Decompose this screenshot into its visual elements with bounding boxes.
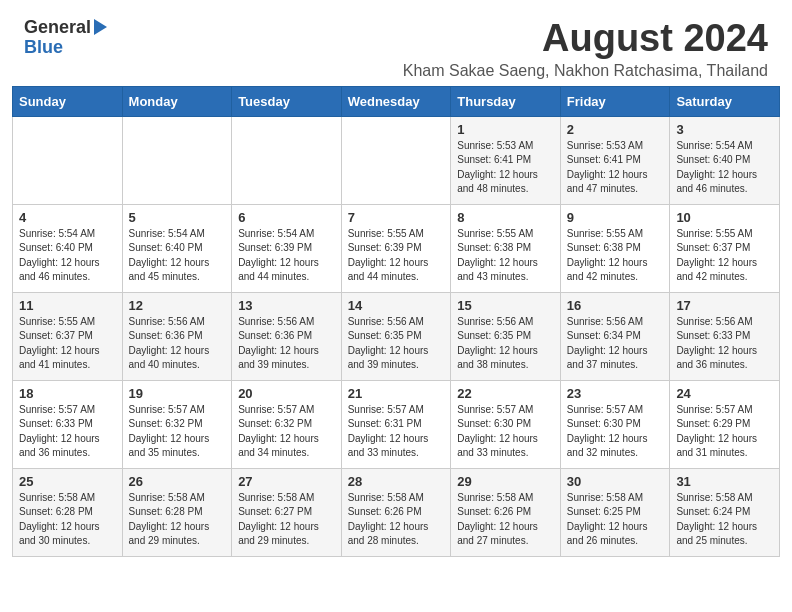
calendar-cell: 31Sunrise: 5:58 AM Sunset: 6:24 PM Dayli… [670,468,780,556]
day-info: Sunrise: 5:56 AM Sunset: 6:36 PM Dayligh… [129,315,226,373]
day-number: 17 [676,298,773,313]
calendar-cell: 16Sunrise: 5:56 AM Sunset: 6:34 PM Dayli… [560,292,670,380]
main-title: August 2024 [107,18,768,60]
day-info: Sunrise: 5:58 AM Sunset: 6:28 PM Dayligh… [129,491,226,549]
calendar-header: SundayMondayTuesdayWednesdayThursdayFrid… [13,86,780,116]
title-section: August 2024 Kham Sakae Saeng, Nakhon Rat… [107,18,768,80]
calendar-cell [232,116,342,204]
calendar-week-2: 4Sunrise: 5:54 AM Sunset: 6:40 PM Daylig… [13,204,780,292]
calendar-cell: 15Sunrise: 5:56 AM Sunset: 6:35 PM Dayli… [451,292,561,380]
calendar-cell: 11Sunrise: 5:55 AM Sunset: 6:37 PM Dayli… [13,292,123,380]
calendar-cell: 7Sunrise: 5:55 AM Sunset: 6:39 PM Daylig… [341,204,451,292]
calendar-cell: 26Sunrise: 5:58 AM Sunset: 6:28 PM Dayli… [122,468,232,556]
logo: General Blue [24,18,107,58]
day-info: Sunrise: 5:57 AM Sunset: 6:33 PM Dayligh… [19,403,116,461]
day-number: 24 [676,386,773,401]
calendar-cell: 2Sunrise: 5:53 AM Sunset: 6:41 PM Daylig… [560,116,670,204]
calendar-cell [13,116,123,204]
day-info: Sunrise: 5:58 AM Sunset: 6:28 PM Dayligh… [19,491,116,549]
day-info: Sunrise: 5:58 AM Sunset: 6:25 PM Dayligh… [567,491,664,549]
calendar-cell [122,116,232,204]
day-info: Sunrise: 5:58 AM Sunset: 6:24 PM Dayligh… [676,491,773,549]
calendar-week-4: 18Sunrise: 5:57 AM Sunset: 6:33 PM Dayli… [13,380,780,468]
calendar-cell: 18Sunrise: 5:57 AM Sunset: 6:33 PM Dayli… [13,380,123,468]
day-info: Sunrise: 5:54 AM Sunset: 6:40 PM Dayligh… [676,139,773,197]
day-number: 8 [457,210,554,225]
day-info: Sunrise: 5:56 AM Sunset: 6:35 PM Dayligh… [457,315,554,373]
day-info: Sunrise: 5:57 AM Sunset: 6:30 PM Dayligh… [457,403,554,461]
calendar-cell: 20Sunrise: 5:57 AM Sunset: 6:32 PM Dayli… [232,380,342,468]
calendar-cell: 10Sunrise: 5:55 AM Sunset: 6:37 PM Dayli… [670,204,780,292]
day-number: 16 [567,298,664,313]
calendar-container: SundayMondayTuesdayWednesdayThursdayFrid… [0,86,792,569]
calendar-week-5: 25Sunrise: 5:58 AM Sunset: 6:28 PM Dayli… [13,468,780,556]
day-number: 21 [348,386,445,401]
logo-general-text: General [24,18,91,38]
day-info: Sunrise: 5:55 AM Sunset: 6:38 PM Dayligh… [457,227,554,285]
day-number: 19 [129,386,226,401]
day-header-sunday: Sunday [13,86,123,116]
day-number: 26 [129,474,226,489]
calendar-cell: 23Sunrise: 5:57 AM Sunset: 6:30 PM Dayli… [560,380,670,468]
day-info: Sunrise: 5:58 AM Sunset: 6:26 PM Dayligh… [348,491,445,549]
day-number: 22 [457,386,554,401]
calendar-cell: 3Sunrise: 5:54 AM Sunset: 6:40 PM Daylig… [670,116,780,204]
day-number: 25 [19,474,116,489]
day-number: 20 [238,386,335,401]
day-number: 10 [676,210,773,225]
day-number: 30 [567,474,664,489]
day-info: Sunrise: 5:53 AM Sunset: 6:41 PM Dayligh… [457,139,554,197]
day-number: 14 [348,298,445,313]
day-info: Sunrise: 5:56 AM Sunset: 6:34 PM Dayligh… [567,315,664,373]
day-number: 29 [457,474,554,489]
calendar-week-1: 1Sunrise: 5:53 AM Sunset: 6:41 PM Daylig… [13,116,780,204]
day-info: Sunrise: 5:56 AM Sunset: 6:36 PM Dayligh… [238,315,335,373]
calendar-cell: 6Sunrise: 5:54 AM Sunset: 6:39 PM Daylig… [232,204,342,292]
day-number: 3 [676,122,773,137]
day-number: 5 [129,210,226,225]
calendar-cell: 19Sunrise: 5:57 AM Sunset: 6:32 PM Dayli… [122,380,232,468]
day-info: Sunrise: 5:58 AM Sunset: 6:26 PM Dayligh… [457,491,554,549]
day-number: 31 [676,474,773,489]
day-info: Sunrise: 5:54 AM Sunset: 6:40 PM Dayligh… [19,227,116,285]
day-number: 28 [348,474,445,489]
day-number: 9 [567,210,664,225]
header-row: SundayMondayTuesdayWednesdayThursdayFrid… [13,86,780,116]
day-number: 18 [19,386,116,401]
day-info: Sunrise: 5:56 AM Sunset: 6:35 PM Dayligh… [348,315,445,373]
day-header-wednesday: Wednesday [341,86,451,116]
day-info: Sunrise: 5:53 AM Sunset: 6:41 PM Dayligh… [567,139,664,197]
day-number: 11 [19,298,116,313]
day-info: Sunrise: 5:55 AM Sunset: 6:38 PM Dayligh… [567,227,664,285]
calendar-cell: 25Sunrise: 5:58 AM Sunset: 6:28 PM Dayli… [13,468,123,556]
subtitle: Kham Sakae Saeng, Nakhon Ratchasima, Tha… [107,62,768,80]
day-info: Sunrise: 5:54 AM Sunset: 6:40 PM Dayligh… [129,227,226,285]
day-header-tuesday: Tuesday [232,86,342,116]
day-number: 12 [129,298,226,313]
day-info: Sunrise: 5:54 AM Sunset: 6:39 PM Dayligh… [238,227,335,285]
calendar-cell: 13Sunrise: 5:56 AM Sunset: 6:36 PM Dayli… [232,292,342,380]
calendar-cell: 22Sunrise: 5:57 AM Sunset: 6:30 PM Dayli… [451,380,561,468]
header: General Blue August 2024 Kham Sakae Saen… [0,0,792,86]
calendar-cell [341,116,451,204]
day-number: 13 [238,298,335,313]
calendar-cell: 30Sunrise: 5:58 AM Sunset: 6:25 PM Dayli… [560,468,670,556]
day-info: Sunrise: 5:58 AM Sunset: 6:27 PM Dayligh… [238,491,335,549]
day-header-monday: Monday [122,86,232,116]
logo-triangle-icon [94,19,107,35]
calendar-cell: 4Sunrise: 5:54 AM Sunset: 6:40 PM Daylig… [13,204,123,292]
calendar-cell: 12Sunrise: 5:56 AM Sunset: 6:36 PM Dayli… [122,292,232,380]
day-info: Sunrise: 5:57 AM Sunset: 6:32 PM Dayligh… [238,403,335,461]
day-info: Sunrise: 5:56 AM Sunset: 6:33 PM Dayligh… [676,315,773,373]
logo-blue-text: Blue [24,38,107,58]
day-info: Sunrise: 5:57 AM Sunset: 6:30 PM Dayligh… [567,403,664,461]
day-info: Sunrise: 5:57 AM Sunset: 6:32 PM Dayligh… [129,403,226,461]
day-number: 1 [457,122,554,137]
day-number: 27 [238,474,335,489]
day-header-thursday: Thursday [451,86,561,116]
calendar-cell: 29Sunrise: 5:58 AM Sunset: 6:26 PM Dayli… [451,468,561,556]
day-number: 2 [567,122,664,137]
day-info: Sunrise: 5:55 AM Sunset: 6:39 PM Dayligh… [348,227,445,285]
day-info: Sunrise: 5:55 AM Sunset: 6:37 PM Dayligh… [676,227,773,285]
calendar-cell: 17Sunrise: 5:56 AM Sunset: 6:33 PM Dayli… [670,292,780,380]
